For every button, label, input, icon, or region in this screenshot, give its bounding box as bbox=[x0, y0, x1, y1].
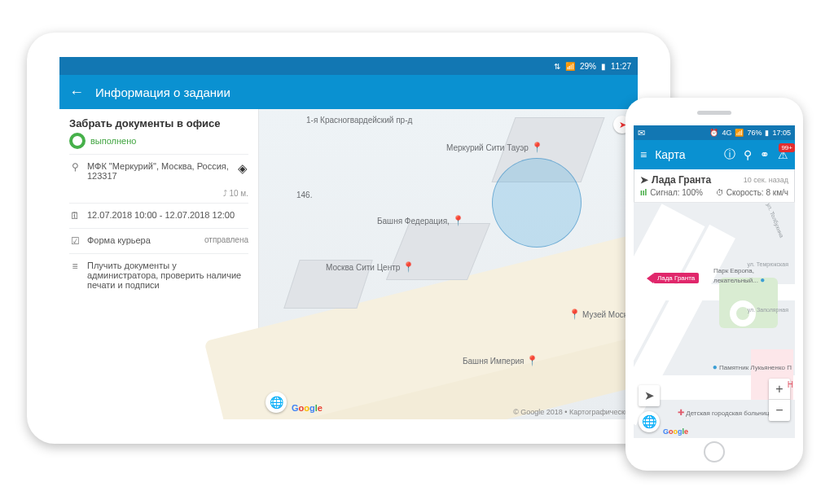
signal-icon: 📶 bbox=[735, 129, 744, 137]
link-icon[interactable]: ⚭ bbox=[760, 148, 770, 161]
task-form-status: отправлена bbox=[204, 235, 248, 244]
speed-row: ⏱ Скорость: 8 км/ч bbox=[716, 188, 788, 197]
phone-device: ✉ ⏰ 4G 📶 76% ▮ 17:05 ≡ Карта ⓘ ⚲ ⚭ ⚠99+ … bbox=[626, 98, 803, 471]
pin-icon: ⚲ bbox=[69, 161, 81, 173]
street-zap: ул. Заполярная bbox=[748, 307, 788, 313]
task-status: выполнено bbox=[69, 133, 248, 149]
battery-percent: 76% bbox=[747, 129, 762, 137]
vehicle-info-panel[interactable]: ➤ Лада Гранта 10 сек. назад ıılСигнал: 1… bbox=[634, 169, 795, 203]
task-title: Забрать документы в офисе bbox=[69, 117, 248, 129]
appbar-title: Карта bbox=[655, 148, 685, 161]
poi-146: 146. bbox=[296, 191, 312, 199]
roundabout bbox=[730, 300, 756, 327]
locate-button[interactable]: ➤ bbox=[639, 385, 660, 406]
appbar-title: Информация о задании bbox=[95, 85, 230, 99]
vehicle-name: ➤ Лада Гранта bbox=[640, 174, 711, 186]
task-distance: ⤴ 10 м. bbox=[69, 187, 248, 203]
poi-mercury[interactable]: Меркурий Сити Тауэр 📍 bbox=[446, 142, 545, 153]
tablet-app-bar: ← Информация о задании bbox=[59, 75, 638, 109]
accuracy-circle bbox=[492, 158, 582, 248]
alerts-icon[interactable]: ⚠99+ bbox=[778, 148, 788, 161]
poi-moscow-city[interactable]: Москва Сити Центр 📍 bbox=[326, 261, 416, 273]
menu-icon[interactable]: ≡ bbox=[640, 148, 647, 161]
signal-icon: 📶 bbox=[565, 62, 575, 71]
task-form-row[interactable]: ☑ Форма курьера отправлена bbox=[69, 228, 248, 253]
street-tolbuhina: ул. Толбухина bbox=[766, 202, 784, 239]
clock: 11:27 bbox=[611, 62, 631, 71]
net-icon: 4G bbox=[722, 129, 731, 137]
info-icon[interactable]: ⓘ bbox=[724, 147, 735, 162]
alerts-badge: 99+ bbox=[779, 143, 795, 152]
poi-park[interactable]: Парк Европа, лекательный... ● bbox=[713, 268, 795, 285]
phone-screen: ✉ ⏰ 4G 📶 76% ▮ 17:05 ≡ Карта ⓘ ⚲ ⚭ ⚠99+ … bbox=[634, 125, 795, 438]
form-icon: ☑ bbox=[69, 235, 81, 247]
phone-map[interactable]: Лада Гранта Парк Европа, лекательный... … bbox=[634, 203, 795, 438]
poi-imperia[interactable]: Башня Империя 📍 bbox=[463, 355, 540, 366]
signal-row: ıılСигнал: 100% bbox=[640, 188, 703, 197]
alarm-icon: ⏰ bbox=[709, 129, 718, 137]
hospital-h-icon: H bbox=[788, 380, 793, 390]
battery-icon: ▮ bbox=[765, 129, 769, 137]
tablet-map[interactable]: 1-я Красногвардейский пр-д Меркурий Сити… bbox=[259, 109, 638, 419]
task-form-link[interactable]: Форма курьера bbox=[87, 235, 198, 245]
phone-app-bar: ≡ Карта ⓘ ⚲ ⚭ ⚠99+ bbox=[634, 140, 795, 169]
calendar-icon: 🗓 bbox=[69, 210, 81, 221]
clock: 17:05 bbox=[772, 129, 791, 137]
street-temr: ул. Темрюкская bbox=[747, 261, 788, 267]
task-address-row[interactable]: ⚲ МФК "Меркурий", Москва, Россия, 123317… bbox=[69, 154, 248, 187]
map-background bbox=[259, 109, 638, 419]
poi-federation[interactable]: Башня Федерация, 📍 bbox=[377, 215, 466, 226]
phone-status-bar: ✉ ⏰ 4G 📶 76% ▮ 17:05 bbox=[634, 125, 795, 140]
nav-icon[interactable]: ◈ bbox=[237, 161, 248, 176]
task-status-label: выполнено bbox=[90, 136, 136, 146]
map-copyright: © Google 2018 • Картографические bbox=[513, 408, 633, 416]
google-logo: Google bbox=[292, 403, 323, 413]
location-icon[interactable]: ⚲ bbox=[744, 148, 752, 161]
tablet-status-bar: ⇅ 📶 29% ▮ 11:27 bbox=[59, 57, 638, 75]
poi-monument[interactable]: ● Памятник Лукьяненко П bbox=[713, 362, 792, 372]
task-note: Плучить документы у администратора, пров… bbox=[87, 261, 248, 290]
task-time: 12.07.2018 10:00 - 12.07.2018 12:00 bbox=[87, 210, 248, 220]
note-icon: ≡ bbox=[69, 261, 81, 272]
task-note-row: ≡ Плучить документы у администратора, пр… bbox=[69, 253, 248, 296]
task-address: МФК "Меркурий", Москва, Россия, 123317 bbox=[87, 161, 230, 181]
google-logo: Google bbox=[663, 427, 688, 436]
tablet-device: ⇅ 📶 29% ▮ 11:27 ← Информация о задании З… bbox=[27, 33, 670, 444]
tablet-screen: ⇅ 📶 29% ▮ 11:27 ← Информация о задании З… bbox=[59, 57, 638, 419]
battery-icon: ▮ bbox=[601, 62, 606, 71]
msg-icon: ✉ bbox=[638, 128, 645, 138]
vehicle-marker[interactable]: Лада Гранта bbox=[647, 273, 699, 283]
poi-road-top: 1-я Красногвардейский пр-д bbox=[306, 116, 412, 125]
battery-percent: 29% bbox=[580, 62, 596, 71]
back-icon[interactable]: ← bbox=[69, 84, 84, 101]
wifi-icon: ⇅ bbox=[554, 62, 560, 71]
globe-button[interactable]: 🌐 bbox=[639, 411, 660, 432]
zoom-out-button[interactable]: − bbox=[769, 400, 790, 421]
task-time-row: 🗓 12.07.2018 10:00 - 12.07.2018 12:00 bbox=[69, 203, 248, 228]
vehicle-ago: 10 сек. назад bbox=[744, 176, 788, 184]
globe-button[interactable]: 🌐 bbox=[266, 392, 287, 413]
